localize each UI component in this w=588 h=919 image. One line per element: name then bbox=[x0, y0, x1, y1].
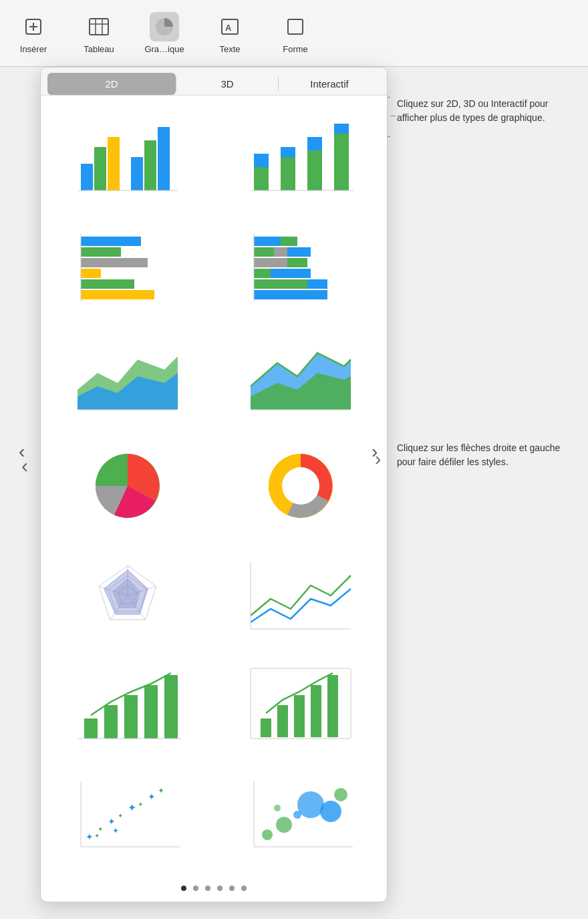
svg-text:✦: ✦ bbox=[108, 816, 116, 827]
svg-rect-27 bbox=[81, 247, 121, 257]
chart-item-pie[interactable] bbox=[46, 434, 208, 538]
chart-grid: ✦ ✦ ✦ ✦ ✦ ✦ ✦ ✦ ✦ ✦ bbox=[41, 96, 387, 876]
svg-point-99 bbox=[274, 805, 281, 811]
svg-rect-20 bbox=[281, 147, 295, 157]
svg-point-54 bbox=[282, 467, 319, 505]
chart-item-combo-bar-line-2[interactable] bbox=[219, 653, 382, 757]
chart-item-scatter[interactable]: ✦ ✦ ✦ ✦ ✦ ✦ ✦ ✦ ✦ ✦ bbox=[46, 763, 208, 867]
svg-rect-41 bbox=[271, 269, 311, 278]
chart-item-donut[interactable] bbox=[219, 434, 382, 538]
svg-rect-38 bbox=[254, 258, 287, 267]
svg-rect-15 bbox=[158, 127, 170, 190]
svg-rect-39 bbox=[287, 258, 307, 267]
tab-interactif[interactable]: Interactif bbox=[279, 73, 380, 95]
chart-item-radar[interactable] bbox=[46, 543, 208, 648]
svg-rect-10 bbox=[81, 164, 93, 190]
svg-rect-70 bbox=[144, 685, 158, 739]
svg-rect-11 bbox=[94, 147, 106, 190]
chart-item-horizontal-stacked[interactable] bbox=[219, 215, 382, 319]
svg-rect-42 bbox=[254, 279, 307, 289]
chart-item-bubble[interactable] bbox=[219, 763, 382, 867]
svg-point-93 bbox=[262, 829, 273, 840]
chart-item-combo-bar-line[interactable] bbox=[46, 653, 208, 757]
svg-rect-77 bbox=[311, 685, 321, 737]
tab-2d[interactable]: 2D bbox=[47, 73, 176, 95]
svg-rect-18 bbox=[254, 154, 269, 167]
svg-rect-34 bbox=[281, 237, 297, 246]
svg-text:✦: ✦ bbox=[158, 786, 164, 795]
chart-item-line[interactable] bbox=[219, 543, 382, 648]
tab-3d[interactable]: 3D bbox=[176, 73, 278, 95]
toolbar-label-texte: Texte bbox=[219, 44, 240, 54]
pie-chart-icon bbox=[150, 12, 179, 41]
toolbar: Insérer Tableau Gra…ique A bbox=[0, 0, 588, 67]
chart-item-horizontal-bar[interactable] bbox=[46, 215, 208, 319]
dot-1[interactable] bbox=[181, 886, 186, 891]
toolbar-item-tableau[interactable]: Tableau bbox=[72, 12, 126, 54]
svg-text:✦: ✦ bbox=[148, 791, 156, 802]
svg-rect-69 bbox=[124, 695, 138, 739]
plus-square-icon bbox=[19, 12, 48, 41]
svg-rect-14 bbox=[144, 140, 156, 190]
svg-text:✦: ✦ bbox=[94, 832, 100, 839]
svg-rect-36 bbox=[274, 247, 287, 257]
svg-text:✦: ✦ bbox=[128, 802, 136, 813]
chart-item-area[interactable] bbox=[46, 324, 208, 428]
chart-picker-panel: 2D 3D Interactif bbox=[40, 67, 388, 902]
svg-rect-29 bbox=[81, 269, 101, 278]
toolbar-item-texte[interactable]: A Texte bbox=[203, 12, 257, 54]
svg-text:✦: ✦ bbox=[118, 812, 123, 819]
page-dots bbox=[41, 876, 387, 902]
svg-rect-22 bbox=[307, 137, 322, 150]
dot-2[interactable] bbox=[193, 886, 198, 891]
text-box-icon: A bbox=[215, 12, 245, 41]
svg-rect-33 bbox=[254, 237, 281, 246]
svg-rect-44 bbox=[254, 290, 327, 299]
svg-rect-71 bbox=[164, 675, 178, 739]
svg-text:✦: ✦ bbox=[138, 801, 143, 808]
svg-text:A: A bbox=[225, 23, 232, 33]
svg-rect-31 bbox=[81, 290, 154, 299]
svg-rect-68 bbox=[104, 705, 118, 739]
right-nav-arrow[interactable]: › bbox=[372, 441, 378, 463]
toolbar-label-graphique: Gra…ique bbox=[144, 44, 184, 54]
svg-point-98 bbox=[334, 788, 347, 801]
shape-icon bbox=[281, 12, 310, 41]
callout-text-2: Cliquez sur les flèches droite et gauche… bbox=[397, 441, 575, 469]
svg-rect-9 bbox=[288, 19, 303, 34]
chart-type-tab-bar: 2D 3D Interactif bbox=[41, 68, 387, 96]
toolbar-label-tableau: Tableau bbox=[84, 44, 114, 54]
svg-rect-67 bbox=[84, 718, 98, 739]
chart-item-stacked-bar[interactable] bbox=[219, 105, 382, 209]
toolbar-item-forme[interactable]: Forme bbox=[269, 12, 322, 54]
svg-rect-23 bbox=[334, 134, 349, 190]
toolbar-item-inserer[interactable]: Insérer bbox=[7, 12, 60, 54]
svg-text:✦: ✦ bbox=[112, 826, 119, 835]
svg-rect-43 bbox=[307, 279, 327, 289]
chart-item-area-2[interactable] bbox=[219, 324, 382, 428]
svg-point-96 bbox=[297, 791, 324, 818]
left-nav-arrow[interactable]: ‹ bbox=[19, 441, 25, 463]
dot-4[interactable] bbox=[217, 886, 223, 891]
svg-rect-74 bbox=[261, 718, 271, 737]
dot-5[interactable] bbox=[229, 886, 235, 891]
svg-point-97 bbox=[320, 801, 341, 822]
chart-item-grouped-bar[interactable] bbox=[46, 105, 208, 209]
callout-text-1: Cliquez sur 2D, 3D ou Interactif pour af… bbox=[397, 97, 575, 125]
dot-3[interactable] bbox=[205, 886, 210, 891]
toolbar-label-forme: Forme bbox=[283, 44, 308, 54]
svg-rect-76 bbox=[294, 695, 305, 737]
svg-rect-37 bbox=[287, 247, 311, 257]
svg-rect-21 bbox=[307, 150, 322, 190]
svg-rect-12 bbox=[108, 137, 120, 190]
dot-6[interactable] bbox=[241, 886, 247, 891]
svg-rect-19 bbox=[281, 157, 295, 190]
svg-rect-17 bbox=[254, 167, 269, 190]
table-icon bbox=[84, 12, 114, 41]
svg-rect-35 bbox=[254, 247, 274, 257]
toolbar-item-graphique[interactable]: Gra…ique bbox=[138, 12, 191, 54]
svg-text:✦: ✦ bbox=[86, 831, 94, 842]
svg-rect-40 bbox=[254, 269, 271, 278]
svg-rect-30 bbox=[81, 279, 134, 289]
svg-rect-24 bbox=[334, 124, 349, 134]
